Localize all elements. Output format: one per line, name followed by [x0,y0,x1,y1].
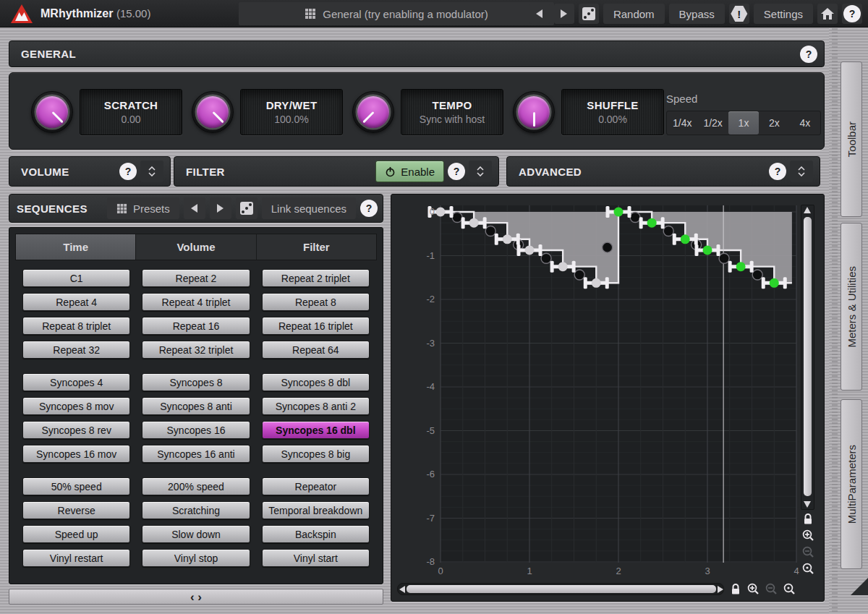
curvature-handle[interactable] [663,226,673,236]
sequence-preset-button[interactable]: Syncopes 8 mov [22,397,130,415]
sequence-preset-button[interactable]: Syncopes 16 dbl [262,421,370,439]
curvature-handle[interactable] [452,213,462,223]
sequence-preset-button[interactable]: Repeator [262,477,370,495]
curvature-handle[interactable] [574,270,584,280]
speed-option[interactable]: 1/2x [697,111,728,135]
curvature-handle[interactable] [719,253,729,263]
sequence-preset-button[interactable]: Syncopes 8 [142,373,250,391]
sequence-preset-button[interactable]: Repeat 16 [142,317,250,335]
filter-panel-header[interactable]: FILTER Enable ? [174,156,499,187]
scratch-display[interactable]: SCRATCH 0.00 [80,89,182,135]
tab-multiparameters[interactable]: MultiParameters [841,399,862,569]
volume-help-button[interactable]: ? [119,163,137,180]
tab-toolbar[interactable]: Toolbar [841,61,862,217]
sequence-preset-button[interactable]: Repeat 32 [22,341,130,359]
speed-option[interactable]: 2x [759,111,789,135]
sequence-preset-button[interactable]: Syncopes 8 anti [142,397,250,415]
sequence-preset-button[interactable]: Syncopes 8 rev [22,421,130,439]
graph-vertical-scrollbar[interactable] [801,205,814,510]
sequence-preset-button[interactable]: Repeat 4 [22,293,130,311]
tempo-display[interactable]: TEMPO Sync with host [401,89,503,135]
sequence-preset-button[interactable]: Syncopes 16 mov [22,445,130,463]
vertical-zoom-in-icon[interactable] [801,529,814,542]
sequence-graph[interactable]: 0-1-2-3-4-5-6-7-801234 [391,195,825,602]
vertical-zoom-lock-icon[interactable] [802,513,814,525]
horizontal-scroll-thumb[interactable] [407,585,716,593]
vertical-zoom-fit-icon[interactable] [801,562,814,575]
shuffle-display[interactable]: SHUFFLE 0.00% [561,89,664,135]
speed-option[interactable]: 1x [728,111,759,135]
sequences-help-button[interactable]: ? [360,200,378,217]
melda-logo-icon[interactable] [10,4,33,24]
sequence-preset-button[interactable]: Backspin [262,525,370,543]
sequence-preset-button[interactable]: Repeat 32 triplet [142,341,250,359]
sequence-prev-button[interactable] [184,197,205,219]
preset-selector[interactable]: General (try enabling a modulator) [239,2,554,25]
general-help-button[interactable]: ? [800,46,817,63]
tab-meters-utilities[interactable]: Meters & Utilities [841,223,862,391]
sequence-preset-button[interactable]: Syncopes 4 [22,373,130,391]
sequence-preset-button[interactable]: Repeat 16 triplet [262,317,370,335]
advanced-collapse-spinner[interactable] [790,161,813,182]
sequence-next-button[interactable] [210,197,231,219]
sequence-preset-button[interactable]: Vinyl stop [142,549,250,567]
drywet-display[interactable]: DRY/WET 100.0% [240,89,343,135]
sequence-preset-button[interactable]: Reverse [22,501,130,519]
scroll-right-icon[interactable] [718,586,723,593]
volume-collapse-spinner[interactable] [140,161,163,182]
scroll-left-icon[interactable] [399,586,405,593]
horizontal-zoom-lock-icon[interactable] [730,583,741,595]
sequence-preset-button[interactable]: C1 [22,269,130,287]
scroll-down-icon[interactable] [804,501,811,508]
sequence-preset-button[interactable]: Repeat 4 triplet [142,293,250,311]
filter-collapse-spinner[interactable] [469,161,492,182]
sequences-resize-bar[interactable]: ‹ › [9,589,383,605]
scroll-up-icon[interactable] [804,207,811,213]
speed-option[interactable]: 1/4x [667,111,697,135]
sequence-preset-button[interactable]: Slow down [142,525,250,543]
random-button[interactable]: Random [603,4,665,24]
sequence-preset-button[interactable]: Syncopes 8 big [262,445,370,463]
sequence-random-button[interactable] [236,197,258,219]
sequence-preset-button[interactable]: Temporal breakdown [262,501,370,519]
sequence-presets-button[interactable]: Presets [107,197,179,219]
home-button[interactable] [817,4,838,24]
curvature-handle[interactable] [603,242,613,252]
sequence-preset-button[interactable]: Syncopes 8 dbl [262,373,370,391]
horizontal-zoom-out-icon[interactable] [765,582,778,595]
prev-preset-button[interactable] [529,4,550,24]
sequence-preset-button[interactable]: Vinyl restart [22,549,130,567]
settings-button[interactable]: Settings [754,4,813,24]
drywet-knob[interactable] [192,91,234,133]
sequence-preset-button[interactable]: Repeat 8 triplet [22,317,130,335]
bypass-button[interactable]: Bypass [669,4,725,24]
curvature-handle[interactable] [485,226,495,236]
link-sequences-button[interactable]: Link sequences [262,197,356,219]
sequence-tab-time[interactable]: Time [16,234,136,260]
speed-option[interactable]: 4x [790,111,820,135]
curvature-handle[interactable] [630,213,640,223]
filter-help-button[interactable]: ? [448,163,465,180]
sequence-tab-volume[interactable]: Volume [136,234,256,260]
scratch-knob[interactable] [31,91,73,133]
sequence-preset-button[interactable]: 200% speed [142,477,250,495]
sequence-preset-button[interactable]: Repeat 2 triplet [262,269,370,287]
advanced-help-button[interactable]: ? [769,163,786,180]
shuffle-knob[interactable] [513,91,555,133]
vertical-scroll-thumb[interactable] [804,217,812,496]
graph-horizontal-scrollbar[interactable] [397,583,724,595]
next-preset-button[interactable] [554,4,574,24]
sequence-preset-button[interactable]: Syncopes 16 anti [142,445,250,463]
sequence-preset-button[interactable]: Syncopes 8 anti 2 [262,397,370,415]
sequence-preset-button[interactable]: Scratching [142,501,250,519]
help-button[interactable]: ? [842,4,862,24]
filter-enable-button[interactable]: Enable [375,161,444,182]
curvature-handle[interactable] [752,270,762,280]
horizontal-zoom-fit-icon[interactable] [783,582,796,595]
sequence-tab-filter[interactable]: Filter [257,234,376,260]
resize-corner-handle[interactable] [851,578,868,595]
advanced-panel-header[interactable]: ADVANCED ? [506,156,820,187]
vertical-zoom-out-icon[interactable] [801,545,814,558]
tempo-knob[interactable] [352,91,394,133]
volume-panel-header[interactable]: VOLUME ? [9,156,171,187]
